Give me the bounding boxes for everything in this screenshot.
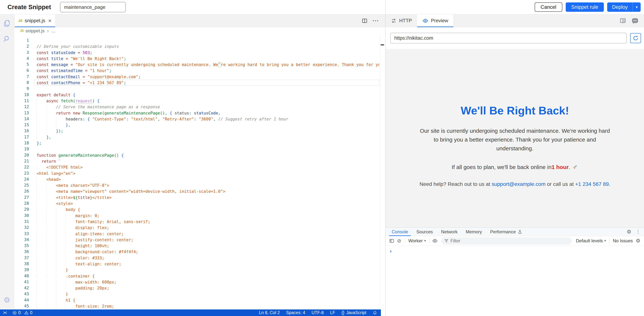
console-output[interactable]: › xyxy=(386,245,644,316)
deploy-caret-icon[interactable]: ▾ xyxy=(632,3,641,12)
code-editor[interactable]: 12// Define your customizable inputs3con… xyxy=(14,35,385,309)
code-line: 17 }, xyxy=(14,134,385,140)
snippet-name-input[interactable] xyxy=(60,2,126,12)
line-content: // Define your customizable inputs xyxy=(34,43,379,49)
devtools-tab-sources[interactable]: Sources xyxy=(412,228,437,236)
code-line: 20function generateMaintenancePage() { xyxy=(14,152,385,158)
code-line: 25 <meta charset="UTF-8"> xyxy=(14,182,385,188)
devtools-tab-network[interactable]: Network xyxy=(437,228,462,236)
contact-end: . xyxy=(609,181,610,187)
breadcrumb[interactable]: JS snippet.js › … xyxy=(14,27,385,35)
devtools-tab-memory[interactable]: Memory xyxy=(462,228,486,236)
line-content: display: flex; xyxy=(34,225,379,230)
refresh-button[interactable] xyxy=(630,33,641,43)
split-editor-icon[interactable] xyxy=(362,18,368,24)
line-number: 32 xyxy=(14,225,29,230)
console-filter[interactable] xyxy=(441,237,572,244)
line-content: const contactEmail = "support@example.co… xyxy=(34,74,379,80)
line-number: 11 xyxy=(14,98,29,104)
settings-gear-icon[interactable]: ⚙ xyxy=(2,296,11,304)
line-number: 17 xyxy=(14,134,29,140)
deploy-button[interactable]: Deploy ▾ xyxy=(607,3,641,12)
deploy-label[interactable]: Deploy xyxy=(607,4,632,10)
tab-http-label: HTTP xyxy=(399,18,412,24)
line-number: 9 xyxy=(14,86,29,92)
filter-input[interactable] xyxy=(450,238,569,243)
code-lines: 12// Define your customizable inputs3con… xyxy=(14,37,385,309)
url-input[interactable] xyxy=(390,33,627,44)
docs-book-icon[interactable] xyxy=(619,17,626,24)
line-number: 16 xyxy=(14,128,29,134)
devtools-settings-icon[interactable]: ⚙ xyxy=(626,229,631,235)
code-line: 26 <meta name="viewport" content="width=… xyxy=(14,188,385,194)
search-icon[interactable] xyxy=(2,35,11,43)
line-content: text-align: center; xyxy=(34,261,379,267)
line-number: 27 xyxy=(14,194,29,200)
maintenance-heading: We'll Be Right Back! xyxy=(461,104,569,117)
remote-indicator-icon[interactable] xyxy=(2,310,8,315)
devtools-tab-performance[interactable]: Performance xyxy=(486,228,526,236)
tab-preview[interactable]: Preview xyxy=(417,15,454,27)
status-item[interactable]: Ln 8, Col 2 xyxy=(259,310,280,315)
code-line: 42 padding: 20px; xyxy=(14,285,385,291)
line-content: const estimatedTime = "1 hour"; xyxy=(34,68,379,74)
status-item[interactable]: LF xyxy=(330,310,335,315)
problems-indicator[interactable]: 0 0 xyxy=(12,310,32,315)
line-content: async fetch(request) { xyxy=(34,98,379,104)
contact-mid: or call us at xyxy=(546,181,575,187)
notifications-bell-icon[interactable] xyxy=(373,310,377,315)
console-sidebar-icon[interactable] xyxy=(388,237,396,245)
clear-console-icon[interactable]: ⊘ xyxy=(396,237,403,245)
line-content: }); xyxy=(34,128,379,134)
devtools-kebab-icon[interactable]: ⋮ xyxy=(636,229,641,235)
issues-counter[interactable]: No Issues xyxy=(613,238,633,243)
close-tab-icon[interactable]: × xyxy=(48,18,52,24)
tab-snippet-js[interactable]: JS snippet.js × xyxy=(15,15,55,27)
line-number: 4 xyxy=(14,56,29,62)
line-content: headers: { "Content-Type": "text/html", … xyxy=(34,116,379,122)
eta-period: . xyxy=(569,164,570,170)
line-number: 30 xyxy=(14,213,29,219)
editor-more-actions-icon[interactable]: ··· xyxy=(373,18,379,24)
default-levels-dropdown[interactable]: Default levels ▾ xyxy=(576,238,606,243)
errors-count: 0 xyxy=(18,310,21,315)
code-line: 43 } xyxy=(14,291,385,297)
line-number: 45 xyxy=(14,303,29,309)
line-number: 20 xyxy=(14,152,29,158)
tab-http[interactable]: HTTP xyxy=(386,15,417,27)
console-prompt-chevron[interactable]: › xyxy=(390,248,644,254)
line-number: 43 xyxy=(14,291,29,297)
warnings-icon xyxy=(24,310,28,315)
line-number: 15 xyxy=(14,122,29,128)
line-content: <!DOCTYPE html> xyxy=(34,164,379,170)
code-line: 9 xyxy=(14,86,385,92)
cancel-button[interactable]: Cancel xyxy=(535,3,562,12)
email-link[interactable]: support@example.com xyxy=(492,181,546,187)
language-indicator[interactable]: {} JavaScript xyxy=(342,310,366,315)
line-number: 42 xyxy=(14,285,29,291)
editor-pane: JS snippet.js × ··· JS snippet.js › … 12… xyxy=(14,15,385,309)
devtools-tab-console[interactable]: Console xyxy=(388,228,412,236)
url-bar-row xyxy=(386,27,644,49)
files-icon[interactable] xyxy=(2,19,11,28)
line-content xyxy=(34,86,379,92)
code-line: 7const contactEmail = "support@example.c… xyxy=(14,74,385,80)
status-item[interactable]: UTF-8 xyxy=(312,310,324,315)
console-settings-icon[interactable]: ⚙ xyxy=(634,237,642,245)
snippet-rule-button[interactable]: Snippet rule xyxy=(566,3,604,12)
line-content: background-color: #f4f4f4; xyxy=(34,249,379,255)
line-content: padding: 20px; xyxy=(34,285,379,291)
console-context-dropdown[interactable]: Worker ▾ xyxy=(408,238,426,243)
line-number: 14 xyxy=(14,116,29,122)
line-content: font-family: Arial, sans-serif; xyxy=(34,219,379,225)
code-line: 45 font-size: 2rem; xyxy=(14,303,385,309)
status-item[interactable]: Spaces: 4 xyxy=(286,310,305,315)
line-number: 23 xyxy=(14,170,29,176)
breadcrumb-file[interactable]: snippet.js xyxy=(26,28,44,34)
preview-iframe: We'll Be Right Back! Our site is current… xyxy=(386,49,644,227)
editor-scrollbar[interactable] xyxy=(380,35,385,309)
discord-icon[interactable] xyxy=(631,17,639,25)
phone-link[interactable]: +1 234 567 89 xyxy=(575,181,609,187)
live-expression-eye-icon[interactable] xyxy=(431,237,438,245)
breadcrumb-more[interactable]: … xyxy=(52,28,56,34)
